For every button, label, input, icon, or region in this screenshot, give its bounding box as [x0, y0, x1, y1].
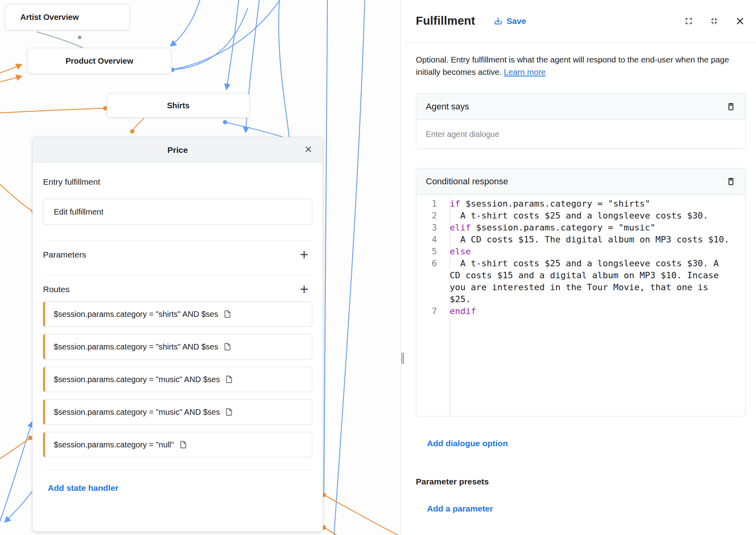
node-artist-overview[interactable]: Artist Overview: [5, 4, 130, 30]
description-text: Optional. Entry fulfillment is what the …: [416, 55, 729, 76]
save-icon: [494, 16, 503, 25]
save-label: Save: [507, 16, 526, 26]
code-line: 5 else: [416, 246, 745, 258]
page-icon[interactable]: [223, 342, 232, 351]
code-line: 7 endif: [416, 305, 745, 317]
line-number: 3: [416, 222, 443, 234]
agent-dialogue-input[interactable]: [416, 120, 745, 148]
add-dialogue-option-link[interactable]: Add dialogue option: [427, 439, 508, 448]
node-label: Product Overview: [65, 57, 133, 66]
line-number: 6: [416, 258, 443, 305]
code-line: 3 elif $session.params.category = "music…: [416, 222, 745, 234]
learn-more-link[interactable]: Learn more: [504, 67, 546, 76]
trash-icon[interactable]: [726, 177, 736, 186]
edit-fulfillment-button[interactable]: Edit fulfillment: [43, 199, 312, 225]
entry-fulfillment-label: Entry fulfillment: [43, 177, 312, 187]
conditional-response-title: Conditional response: [426, 176, 508, 187]
close-icon[interactable]: [304, 144, 313, 154]
node-product-overview[interactable]: Product Overview: [27, 48, 172, 74]
add-parameter-plus-icon[interactable]: +: [300, 250, 311, 260]
code-line: 1 if $session.params.category = "shirts": [416, 198, 745, 210]
page-icon[interactable]: [225, 408, 233, 416]
price-card-header: Price: [33, 137, 323, 163]
fulfillment-panel: Fulfillment Save Optional. Entr: [404, 0, 756, 535]
close-panel-icon[interactable]: [734, 16, 746, 27]
condition-code-editor[interactable]: 1 if $session.params.category = "shirts"…: [416, 195, 745, 416]
conditional-response-card: Conditional response 1 if $session.param…: [416, 168, 746, 416]
page-icon[interactable]: [179, 440, 188, 449]
route-condition: $session.params.category = "music" AND $…: [54, 375, 220, 384]
parameter-presets-heading: Parameter presets: [416, 477, 746, 486]
price-node-card: Price Entry fulfillment Edit fulfillment…: [32, 137, 323, 532]
node-label: Shirts: [167, 101, 190, 110]
divider: [43, 469, 312, 470]
agent-says-card: Agent says: [416, 93, 746, 149]
code-line: 6 A t-shirt costs $25 and a longsleeve c…: [416, 258, 745, 305]
flow-canvas[interactable]: Artist Overview Product Overview Shirts …: [0, 0, 401, 535]
panel-title: Fulfillment: [416, 14, 475, 27]
route-item[interactable]: $session.params.category = "music" AND $…: [43, 367, 312, 392]
code-line: 4 A CD costs $15. The digital album on M…: [416, 234, 745, 246]
resize-handle[interactable]: [402, 353, 404, 364]
route-condition: $session.params.category = "null": [54, 440, 174, 449]
fulfillment-panel-header: Fulfillment Save: [404, 0, 756, 42]
code-line: 2 A t-shirt costs $25 and a longsleeve c…: [416, 210, 745, 222]
page-icon[interactable]: [225, 375, 233, 384]
add-route-plus-icon[interactable]: +: [300, 285, 311, 294]
route-item[interactable]: $session.params.category = "music" AND $…: [43, 399, 312, 425]
panel-resize-divider[interactable]: [401, 0, 404, 535]
edit-fulfillment-label: Edit fulfillment: [54, 207, 104, 217]
add-a-parameter-link[interactable]: Add a parameter: [427, 504, 493, 514]
node-label: Artist Overview: [20, 13, 79, 22]
route-condition: $session.params.category = "shirts" AND …: [54, 310, 218, 319]
route-item[interactable]: $session.params.category = "shirts" AND …: [43, 334, 312, 359]
save-button[interactable]: Save: [494, 16, 526, 26]
dialogflow-builder: Artist Overview Product Overview Shirts …: [0, 0, 756, 535]
compress-icon[interactable]: [709, 16, 719, 26]
route-condition: $session.params.category = "shirts" AND …: [54, 342, 218, 351]
panel-description: Optional. Entry fulfillment is what the …: [416, 53, 746, 78]
parameters-label: Parameters: [43, 250, 86, 260]
node-shirts[interactable]: Shirts: [107, 93, 250, 118]
expand-icon[interactable]: [684, 16, 694, 26]
route-condition: $session.params.category = "music" AND $…: [54, 408, 220, 417]
add-state-handler-link[interactable]: Add state handler: [48, 483, 118, 493]
line-number: 7: [416, 305, 443, 317]
routes-label: Routes: [43, 285, 70, 294]
line-number: 5: [416, 246, 443, 258]
page-icon[interactable]: [223, 310, 232, 318]
route-item[interactable]: $session.params.category = "shirts" AND …: [43, 301, 312, 327]
line-number: 4: [416, 234, 443, 246]
price-card-title: Price: [33, 145, 323, 155]
line-number: 1: [416, 198, 443, 210]
route-item[interactable]: $session.params.category = "null": [43, 432, 312, 457]
agent-says-title: Agent says: [426, 102, 469, 112]
line-number: 2: [416, 210, 443, 222]
trash-icon[interactable]: [726, 102, 736, 111]
